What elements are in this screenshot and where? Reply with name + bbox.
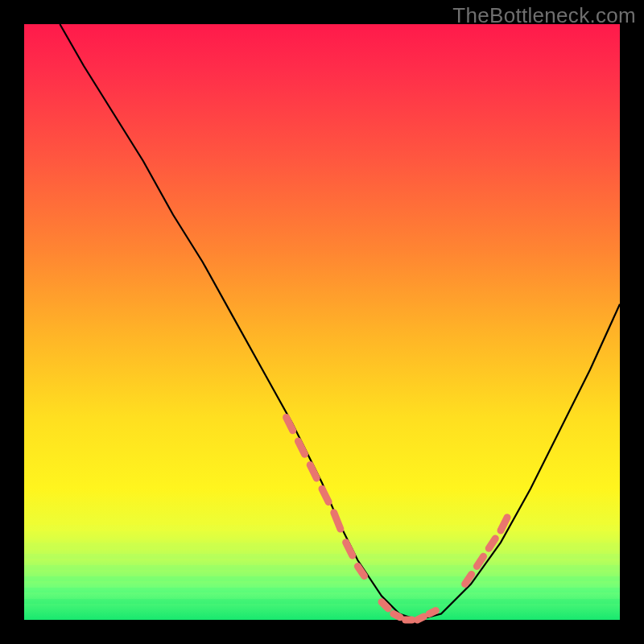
highlight-dash	[298, 441, 304, 454]
highlight-dash	[382, 602, 388, 609]
watermark-text: TheBottleneck.com	[452, 3, 636, 28]
plot-area	[24, 24, 620, 620]
highlight-dash	[394, 614, 400, 617]
highlight-dash	[429, 611, 436, 614]
highlight-dash	[346, 543, 353, 555]
highlight-dash	[489, 539, 495, 548]
highlight-dash	[322, 489, 328, 502]
highlight-dash	[501, 518, 507, 530]
highlight-dash	[310, 465, 316, 478]
highlight-dash	[417, 617, 423, 620]
highlight-dash	[287, 417, 293, 430]
highlight-dash	[465, 574, 472, 584]
chart-frame: TheBottleneck.com	[0, 0, 644, 644]
highlight-dash	[477, 556, 483, 566]
highlight-dashes	[287, 417, 507, 620]
curve-layer	[24, 24, 620, 620]
highlight-dash	[334, 513, 341, 529]
